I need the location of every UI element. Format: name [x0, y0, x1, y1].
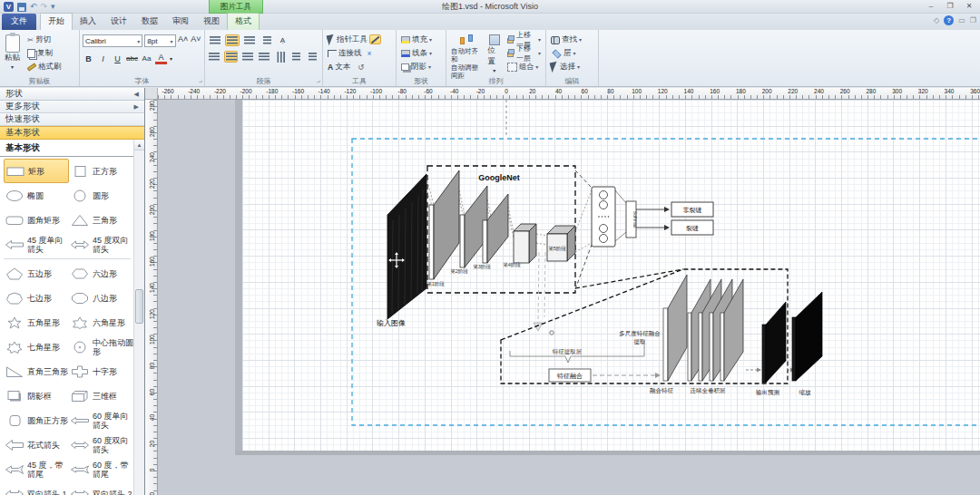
cut-button[interactable]: ✂剪切	[25, 33, 64, 46]
drawing-canvas[interactable]: 输入图像 GoogleNet	[158, 100, 980, 495]
bold-button[interactable]: B	[83, 54, 94, 63]
increase-indent-icon[interactable]	[306, 51, 319, 63]
tab-design[interactable]: 设计	[103, 14, 134, 30]
shape-item-ellipse[interactable]: 椭圆	[4, 183, 69, 208]
shape-item-star-6[interactable]: 六角星形	[69, 310, 134, 335]
shape-item-hexagon[interactable]: 六边形	[69, 261, 134, 286]
text-tool-button[interactable]: A文本↺	[326, 60, 393, 73]
connection-point-icon[interactable]: ×	[368, 49, 372, 58]
paste-button[interactable]: 粘贴 ▾	[3, 33, 22, 73]
shape-item-circle[interactable]: 圆形	[69, 183, 134, 208]
minimize-button[interactable]: –	[922, 0, 940, 12]
format-painter-button[interactable]: 格式刷	[25, 60, 64, 73]
rotate-icon[interactable]: ↺	[358, 63, 364, 72]
shape-item-arrow-45-double[interactable]: 45 度双向箭头	[69, 232, 134, 257]
shape-item-center-drag-circle[interactable]: 中心拖动圆形	[69, 335, 134, 359]
align-right-button[interactable]	[240, 51, 254, 63]
shape-item-octagon[interactable]: 八边形	[69, 286, 134, 310]
close-button[interactable]: ✕	[960, 0, 978, 12]
layers-button[interactable]: 层▾	[549, 46, 595, 60]
shape-item-right-triangle[interactable]: 直角三角形	[4, 359, 69, 383]
output-pred-shape[interactable]	[762, 302, 786, 383]
pointer-tool-button[interactable]: 指针工具	[326, 33, 393, 46]
tab-view[interactable]: 视图	[196, 14, 227, 30]
restore-doc-icon[interactable]: ❐	[970, 16, 976, 24]
align-left-button[interactable]	[208, 51, 221, 63]
align-middle-button[interactable]	[225, 34, 240, 46]
italic-button[interactable]: I	[97, 54, 109, 63]
send-backward-button[interactable]: 下移一层▾	[505, 46, 543, 60]
shape-item-star-7[interactable]: 七角星形	[4, 335, 69, 359]
tab-data[interactable]: 数据	[134, 14, 165, 30]
more-shapes-row[interactable]: 更多形状▶	[0, 101, 144, 113]
conv-layers-shape[interactable]	[688, 279, 743, 381]
shape-item-fancy-arrow[interactable]: 花式箭头	[4, 432, 69, 457]
align-bottom-button[interactable]	[242, 34, 257, 46]
basic-shapes-stencil-tab[interactable]: 基本形状	[0, 126, 144, 140]
shadow-button[interactable]: 阴影▾	[399, 60, 443, 73]
softmax-shape[interactable]: Softmax	[626, 201, 638, 238]
shape-item-box-3d[interactable]: 三维框	[69, 383, 134, 408]
noncrack-box[interactable]: 非裂缝	[671, 202, 713, 217]
position-button[interactable]: 位置 ▾	[485, 33, 503, 80]
font-dialog-launcher-icon[interactable]: ⌐	[199, 79, 202, 85]
vertical-ruler[interactable]: 280260240220200180160140120100806040200-…	[145, 100, 158, 495]
bullets-icon[interactable]	[260, 34, 274, 46]
fusion-region-box[interactable]	[501, 269, 788, 383]
feature-fusion-box[interactable]: 特征融合	[549, 369, 591, 382]
input-image-shape[interactable]	[387, 174, 426, 319]
shape-item-rect[interactable]: 矩形	[4, 159, 69, 183]
tab-home[interactable]: 开始	[40, 13, 73, 30]
find-button[interactable]: 查找▾	[549, 33, 595, 46]
tab-review[interactable]: 审阅	[165, 14, 196, 30]
shape-item-arrow-45[interactable]: 45 度单向箭头	[4, 232, 69, 257]
shape-item-arrow-60-double[interactable]: 60 度双向箭头	[69, 432, 134, 457]
selection-outline[interactable]	[352, 139, 980, 425]
shape-item-arrow-tail-45[interactable]: 45 度，带箭尾	[4, 457, 69, 481]
align-top-button[interactable]	[208, 34, 222, 46]
shape-item-square[interactable]: 正方形	[69, 159, 134, 183]
text-direction-icon[interactable]: A̖	[277, 36, 289, 44]
shape-item-pentagon[interactable]: 五边形	[4, 261, 69, 286]
change-case-button[interactable]: Aa	[141, 54, 152, 63]
tab-insert[interactable]: 插入	[73, 14, 103, 30]
scale-shape[interactable]	[792, 292, 822, 381]
shape-item-double-arrow-1[interactable]: 双向箭头 1	[4, 481, 69, 495]
crack-box[interactable]: 裂缝	[671, 220, 713, 235]
shape-item-triangle[interactable]: 三角形	[69, 208, 134, 232]
shape-item-cross[interactable]: 十字形	[69, 359, 134, 383]
scroll-up-icon[interactable]: ▲	[134, 140, 144, 150]
decrease-indent-icon[interactable]	[289, 51, 303, 63]
font-family-combo[interactable]: Calibri▾	[83, 34, 142, 47]
shape-item-rounded-square[interactable]: 圆角正方形	[4, 408, 69, 432]
line-tool-icon[interactable]	[369, 34, 381, 44]
select-button[interactable]: 选择▾	[549, 60, 595, 73]
restore-button[interactable]: ❐	[941, 0, 959, 12]
copy-button[interactable]: 复制	[25, 46, 64, 60]
font-size-combo[interactable]: 8pt▾	[144, 34, 175, 47]
columns-icon[interactable]	[273, 51, 287, 63]
shape-item-heptagon[interactable]: 七边形	[4, 286, 69, 310]
grow-font-icon[interactable]: A˄	[178, 34, 189, 47]
tab-format[interactable]: 格式	[227, 13, 260, 30]
shrink-font-icon[interactable]: A˅	[191, 34, 201, 47]
shape-item-shadow-box[interactable]: 阴影框	[4, 383, 69, 408]
stencil-scrollbar[interactable]: ▲	[133, 140, 144, 495]
stage-1-shape[interactable]	[429, 170, 459, 279]
help-icon[interactable]: ?	[944, 15, 954, 25]
shape-item-star-5[interactable]: 五角星形	[4, 310, 69, 335]
shapes-panel-header[interactable]: 形状◀	[0, 88, 144, 101]
auto-align-button[interactable]: 自动对齐和 自动调整间距	[449, 33, 483, 80]
font-color-dropdown-icon[interactable]: ▾	[170, 55, 172, 62]
fc-layer-shape[interactable]	[592, 187, 615, 247]
stage-5-shape[interactable]	[547, 226, 575, 261]
collapse-panel-icon[interactable]: ◀	[134, 91, 139, 98]
shape-item-arrow-tail-60[interactable]: 60 度，带箭尾	[69, 457, 134, 481]
strikethrough-button[interactable]: abc	[126, 54, 138, 63]
align-center-button[interactable]	[224, 51, 238, 63]
minimize-ribbon-icon[interactable]: ▭	[958, 16, 965, 24]
shape-item-double-arrow-2[interactable]: 双向箭头 2	[69, 481, 134, 495]
paragraph-dialog-launcher-icon[interactable]: ⌐	[317, 79, 320, 85]
fill-button[interactable]: 填充▾	[399, 33, 443, 46]
justify-button[interactable]	[257, 51, 270, 63]
